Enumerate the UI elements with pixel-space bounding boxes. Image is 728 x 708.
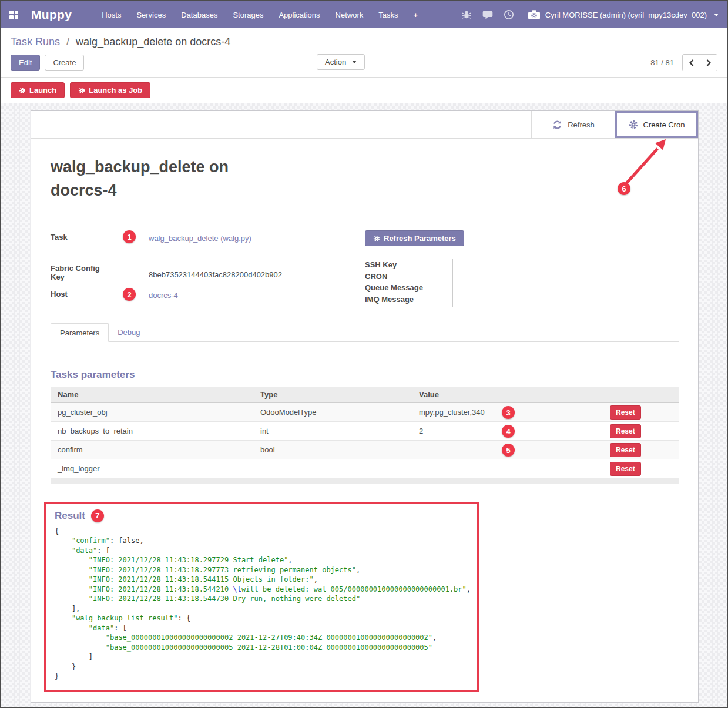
user-name: Cyril MORISSE (admin) (cyril_mpy13cdev_0… (545, 11, 707, 19)
app-brand[interactable]: Muppy (31, 8, 72, 22)
result-json: { "confirm": false, "data": [ "INFO: 202… (55, 526, 470, 682)
page: Muppy Hosts Services Databases Storages … (0, 0, 728, 708)
column-header-name: Name (51, 387, 253, 403)
column-header-value: Value (412, 387, 610, 403)
nav-item-storages[interactable]: Storages (225, 7, 271, 23)
nav-item-databases[interactable]: Databases (173, 7, 225, 23)
reset-button[interactable]: Reset (610, 424, 641, 438)
annotation-badge-3: 3 (502, 406, 515, 419)
breadcrumb-parent[interactable]: Task Runs (11, 36, 60, 48)
table-header-row: Name Type Value (51, 387, 679, 403)
queue-message-label: Queue Message (365, 282, 452, 294)
pager-previous-button[interactable] (683, 55, 700, 71)
user-menu-caret-icon (714, 14, 719, 16)
refresh-button[interactable]: Refresh (531, 111, 615, 138)
card-header: Refresh Create Cron (31, 111, 698, 139)
nav-item-hosts[interactable]: Hosts (94, 7, 129, 23)
host-field-link[interactable]: docrcs-4 (149, 291, 178, 300)
nav-item-network[interactable]: Network (328, 7, 371, 23)
breadcrumb-current: walg_backup_delete on docrcs-4 (76, 36, 230, 48)
pager-next-button[interactable] (700, 55, 717, 71)
annotation-badge-4: 4 (502, 425, 515, 438)
param-name: _imq_logger (51, 459, 253, 478)
annotation-badge-7: 7 (91, 509, 104, 522)
param-type: bool (253, 441, 412, 459)
annotation-badge-1: 1 (123, 230, 136, 243)
param-value: 2 (419, 427, 423, 435)
param-name: pg_cluster_obj (51, 403, 253, 422)
param-type: int (253, 422, 412, 441)
control-panel: Edit Create Action 81 / 81 (1, 49, 727, 77)
reset-button[interactable]: Reset (610, 405, 641, 420)
action-caret-icon (352, 61, 357, 63)
result-heading: Result (55, 510, 85, 522)
action-dropdown[interactable]: Action (317, 54, 365, 70)
messages-icon[interactable] (482, 9, 493, 20)
edit-button[interactable]: Edit (11, 55, 40, 71)
tab-debug[interactable]: Debug (109, 323, 149, 341)
launch-label: Launch (29, 86, 56, 95)
table-row[interactable]: _imq_logger Reset (51, 459, 679, 478)
fabric-config-key-value: 8beb73523144403fac828200d402b902 (143, 261, 282, 287)
clock-icon[interactable] (504, 9, 514, 20)
parameters-table: Name Type Value pg_cluster_obj OdooModel… (51, 387, 679, 484)
breadcrumb: Task Runs / walg_backup_delete on docrcs… (1, 28, 727, 49)
create-cron-label: Create Cron (643, 120, 685, 129)
avatar-camera-icon (528, 9, 541, 20)
bug-icon[interactable] (461, 9, 472, 20)
user-menu[interactable]: Cyril MORISSE (admin) (cyril_mpy13cdev_0… (528, 9, 719, 20)
tasks-parameters-heading: Tasks parameters (51, 369, 679, 381)
launch-button[interactable]: Launch (11, 82, 65, 98)
param-value: mpy.pg_cluster,340 (419, 408, 485, 417)
notebook-tabs: Parameters Debug (51, 323, 679, 342)
param-type: OdooModelType (253, 403, 412, 422)
cron-label: CRON (365, 271, 452, 283)
nav-item-services[interactable]: Services (129, 7, 173, 23)
task-field-link[interactable]: walg_backup_delete (walg.py) (149, 234, 251, 243)
create-cron-button[interactable]: Create Cron (615, 111, 698, 138)
table-row[interactable]: nb_backups_to_retain int 2 4 Reset (51, 422, 679, 441)
annotation-badge-5: 5 (502, 444, 515, 457)
create-button[interactable]: Create (45, 55, 84, 71)
chevron-right-icon (706, 59, 712, 66)
column-header-reset (610, 387, 679, 403)
launch-button-row: Launch Launch as Job (1, 78, 727, 103)
chevron-left-icon (689, 59, 695, 66)
table-row[interactable]: pg_cluster_obj OdooModelType mpy.pg_clus… (51, 403, 679, 422)
launch-as-job-button[interactable]: Launch as Job (70, 82, 150, 98)
record-title: walg_backup_delete on docrcs-4 (51, 155, 268, 202)
pager-counter: 81 / 81 (650, 58, 674, 67)
reset-button[interactable]: Reset (610, 443, 641, 457)
refresh-icon (552, 120, 562, 130)
param-name: nb_backups_to_retain (51, 422, 253, 441)
refresh-parameters-label: Refresh Parameters (384, 234, 456, 243)
table-row[interactable]: confirm bool 5 Reset (51, 441, 679, 459)
form-background: Refresh Create Cron 6 walg_backup_delet (1, 103, 727, 707)
launch-as-job-label: Launch as Job (89, 86, 142, 95)
top-navbar: Muppy Hosts Services Databases Storages … (1, 1, 727, 28)
nav-item-tasks[interactable]: Tasks (371, 7, 405, 23)
gear-icon (373, 235, 380, 242)
param-type (253, 459, 412, 478)
breadcrumb-separator: / (66, 36, 69, 48)
gear-icon (78, 87, 85, 94)
field-groups: Task 1 walg_backup_delete (walg.py) Fabr… (51, 230, 679, 307)
pager: 81 / 81 (650, 54, 717, 71)
reset-button[interactable]: Reset (610, 462, 641, 476)
param-name: confirm (51, 441, 253, 459)
ssh-key-label: SSH Key (365, 259, 452, 271)
annotation-badge-6: 6 (618, 182, 630, 195)
nav-item-applications[interactable]: Applications (271, 7, 327, 23)
record-sheet: walg_backup_delete on docrcs-4 Task 1 wa… (31, 155, 698, 692)
tab-parameters[interactable]: Parameters (51, 323, 109, 342)
column-header-type: Type (253, 387, 412, 403)
result-section: Result 7 { "confirm": false, "data": [ "… (44, 502, 479, 692)
action-label: Action (325, 58, 346, 66)
gear-icon (629, 120, 638, 129)
table-footer (51, 478, 679, 484)
annotation-badge-2: 2 (123, 288, 136, 301)
nav-item-plus[interactable]: + (405, 7, 425, 23)
refresh-parameters-button[interactable]: Refresh Parameters (365, 230, 464, 246)
apps-grid-icon[interactable] (9, 11, 18, 19)
refresh-label: Refresh (568, 120, 595, 129)
